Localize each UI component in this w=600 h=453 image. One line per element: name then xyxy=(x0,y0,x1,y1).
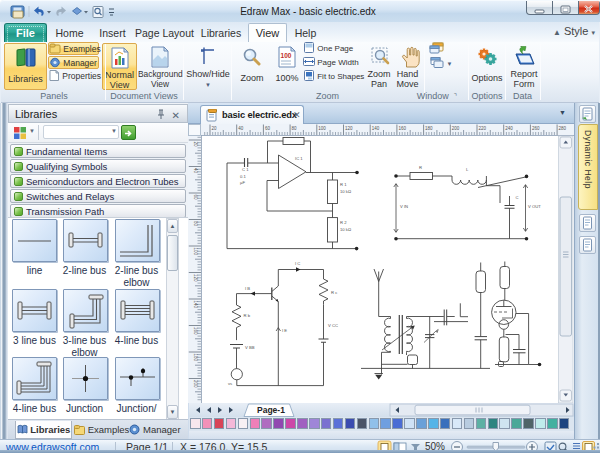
svg-text:100: 100 xyxy=(281,52,292,59)
svg-text:220: 220 xyxy=(479,126,487,131)
svg-text:V IN: V IN xyxy=(400,204,408,209)
svg-text:IC 1: IC 1 xyxy=(295,156,303,161)
svg-text:C 1: C 1 xyxy=(242,167,249,172)
svg-text:R 2: R 2 xyxy=(340,220,347,225)
svg-text:40: 40 xyxy=(193,168,198,174)
svg-text:µF: µF xyxy=(240,180,245,185)
svg-text:140: 140 xyxy=(193,301,198,309)
svg-text:180: 180 xyxy=(193,354,198,362)
svg-text:120: 120 xyxy=(345,126,353,131)
svg-text:R 1: R 1 xyxy=(340,182,347,187)
svg-text:R: R xyxy=(419,165,422,170)
svg-text:I C: I C xyxy=(295,261,300,266)
svg-text:Page-1: Page-1 xyxy=(257,405,285,415)
svg-text:280: 280 xyxy=(559,126,567,131)
svg-text:160: 160 xyxy=(193,327,198,335)
svg-text:vs: vs xyxy=(228,381,232,386)
svg-text:60: 60 xyxy=(193,195,198,201)
svg-text:80: 80 xyxy=(292,126,298,131)
svg-text:200: 200 xyxy=(193,380,198,388)
svg-text:I B: I B xyxy=(245,286,250,291)
svg-text:80: 80 xyxy=(193,221,198,227)
svg-text:160: 160 xyxy=(398,126,406,131)
svg-text:100: 100 xyxy=(318,126,326,131)
svg-text:V BB: V BB xyxy=(245,345,255,350)
svg-text:R c: R c xyxy=(331,290,337,295)
svg-text:C: C xyxy=(516,195,519,200)
svg-text:R b: R b xyxy=(244,313,251,318)
svg-text:200: 200 xyxy=(452,126,460,131)
svg-text:10 kΩ: 10 kΩ xyxy=(340,227,351,232)
svg-text:120: 120 xyxy=(193,274,198,282)
svg-text:60: 60 xyxy=(265,126,271,131)
svg-text:V OUT: V OUT xyxy=(528,204,541,209)
svg-text:40: 40 xyxy=(238,126,244,131)
svg-text:0.1: 0.1 xyxy=(240,174,246,179)
svg-text:20: 20 xyxy=(193,142,198,148)
svg-text:20: 20 xyxy=(212,126,218,131)
svg-text:10 kΩ: 10 kΩ xyxy=(340,189,351,194)
svg-text:140: 140 xyxy=(372,126,380,131)
svg-text:180: 180 xyxy=(425,126,433,131)
svg-text:I E: I E xyxy=(282,328,287,333)
svg-text:V CC: V CC xyxy=(328,323,338,328)
svg-text:260: 260 xyxy=(532,126,540,131)
svg-text:100: 100 xyxy=(193,248,198,256)
svg-text:240: 240 xyxy=(505,126,513,131)
